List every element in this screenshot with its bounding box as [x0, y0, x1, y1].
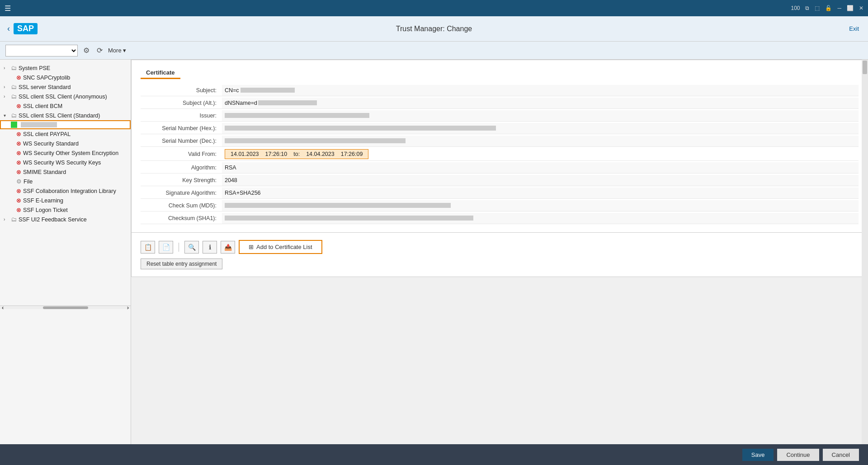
subject-blurred — [241, 88, 295, 93]
valid-from-row: Valid From: 14.01.2023 17:26:10 to: 14.0… — [141, 148, 859, 161]
valid-to-time: 17:26:09 — [339, 150, 365, 158]
checksum-sha1-label: Checksum (SHA1): — [141, 215, 222, 221]
action-export-btn[interactable]: 📤 — [221, 241, 235, 254]
continue-button[interactable]: Continue — [777, 449, 819, 461]
more-button[interactable]: More ▾ — [108, 47, 126, 54]
sidebar-item-system-pse[interactable]: › 🗂 System PSE — [0, 63, 131, 73]
sidebar-item-ws-other[interactable]: ⊗ WS Security Other System Encryption — [0, 148, 131, 158]
valid-from-label: Valid From: — [141, 151, 222, 157]
hamburger-menu[interactable]: ☰ — [5, 4, 11, 13]
subject-row: Subject: CN=c — [141, 85, 859, 96]
serial-dec-row: Serial Number (Dec.): — [141, 135, 859, 147]
vertical-scrollbar[interactable] — [862, 60, 868, 444]
valid-to-date: 14.04.2023 — [304, 150, 336, 158]
save-button[interactable]: Save — [742, 449, 774, 461]
key-strength-label: Key Strength: — [141, 177, 222, 183]
folder-icon: 🗂 — [11, 65, 17, 71]
sidebar-item-ssl-bcm[interactable]: ⊗ SSL client BCM — [0, 101, 131, 111]
cancel-button[interactable]: Cancel — [823, 449, 859, 461]
folder-icon: 🗂 — [11, 84, 17, 90]
action-copy-btn[interactable]: 📋 — [141, 241, 155, 254]
top-menu-bar: ☰ 100 ⧉ ⬚ 🔓 ─ ⬜ ✕ — [0, 0, 868, 16]
checksum-sha1-blurred — [225, 216, 473, 221]
sidebar-item-file[interactable]: ⚙ File — [0, 177, 131, 186]
action-buttons-row: 📋 📄 🔍 ℹ 📤 ⊞ Add to Certificate List — [141, 240, 859, 254]
window-icon-3[interactable]: 🔓 — [825, 5, 832, 11]
action-paste-btn[interactable]: 📄 — [159, 241, 173, 254]
issuer-blurred — [225, 113, 369, 118]
sidebar-item-ssf-ui2[interactable]: › 🗂 SSF UI2 Feedback Service — [0, 215, 131, 224]
sidebar-item-paypal[interactable]: ⊗ SSL client PAYPAL — [0, 129, 131, 139]
checksum-md5-row: Check Sum (MD5): — [141, 200, 859, 211]
serial-hex-value — [222, 123, 859, 134]
green-square-icon — [11, 122, 17, 128]
serial-hex-row: Serial Number (Hex.): — [141, 122, 859, 134]
sidebar-item-ssl-standard[interactable]: ▾ 🗂 SSL client SSL Client (Standard) — [0, 111, 131, 120]
algorithm-row: Algorithm: RSA — [141, 162, 859, 174]
close-btn[interactable]: ✕ — [859, 5, 863, 11]
folder-icon: 🗂 — [11, 93, 17, 100]
checksum-md5-value — [222, 200, 859, 211]
toolbar-dropdown[interactable] — [5, 45, 78, 56]
circle-x-icon: ⊗ — [16, 188, 21, 194]
sidebar-item-ssl-server[interactable]: › 🗂 SSL server Standard — [0, 82, 131, 92]
content-area: Certificate Subject: CN=c Subject (Alt.)… — [131, 60, 868, 444]
certificate-panel: Certificate Subject: CN=c Subject (Alt.)… — [131, 60, 868, 233]
scrollbar-thumb[interactable] — [863, 61, 867, 74]
gear-icon: ⚙ — [16, 178, 22, 185]
window-icon-1[interactable]: ⧉ — [805, 5, 809, 11]
checksum-sha1-value — [222, 213, 859, 224]
maximize-btn[interactable]: ⬜ — [847, 5, 854, 11]
sidebar-item-ssf-logon[interactable]: ⊗ SSF Logon Ticket — [0, 205, 131, 215]
circle-x-icon: ⊗ — [16, 159, 21, 166]
add-cert-icon: ⊞ — [249, 244, 254, 250]
action-area: 📋 📄 🔍 ℹ 📤 ⊞ Add to Certificate List Rese… — [131, 233, 868, 277]
circle-x-icon: ⊗ — [16, 197, 21, 204]
sidebar-item-ws-keys[interactable]: ⊗ WS Security WS Security Keys — [0, 158, 131, 167]
sidebar-item-ws-standard[interactable]: ⊗ WS Security Standard — [0, 139, 131, 148]
circle-x-icon: ⊗ — [16, 103, 21, 109]
serial-dec-blurred — [225, 138, 406, 143]
action-view-btn[interactable]: 🔍 — [184, 241, 199, 254]
issuer-row: Issuer: — [141, 110, 859, 122]
subject-alt-blurred — [258, 100, 317, 105]
sidebar-item-snc[interactable]: ⊗ SNC SAPCryptolib — [0, 73, 131, 82]
sidebar-item-ssf-elearning[interactable]: ⊗ SSF E-Learning — [0, 196, 131, 205]
certificate-tab[interactable]: Certificate — [141, 67, 180, 79]
zoom-level: 100 — [791, 5, 800, 11]
toolbar-refresh-btn[interactable]: ⟳ — [95, 45, 104, 56]
circle-x-icon: ⊗ — [16, 140, 21, 147]
issuer-label: Issuer: — [141, 113, 222, 119]
reset-row: Reset table entry assignment — [141, 258, 859, 269]
sap-logo: SAP — [14, 23, 38, 34]
window-icon-2[interactable]: ⬚ — [815, 5, 820, 11]
sig-algorithm-value: RSA+SHA256 — [222, 188, 859, 198]
exit-button[interactable]: Exit — [849, 25, 859, 32]
back-button[interactable]: ‹ — [7, 24, 10, 33]
scroll-left-arrow[interactable]: ‹ — [2, 304, 4, 311]
checksum-md5-blurred — [225, 203, 451, 208]
horizontal-scrollbar-thumb[interactable] — [43, 306, 88, 309]
sidebar-item-ssl-anonymous[interactable]: › 🗂 SSL client SSL Client (Anonymous) — [0, 92, 131, 101]
sidebar-item-ssf-collab[interactable]: ⊗ SSF Collaboration Integration Library — [0, 186, 131, 196]
add-to-certificate-list-button[interactable]: ⊞ Add to Certificate List — [239, 240, 322, 254]
reset-table-entry-button[interactable]: Reset table entry assignment — [141, 258, 222, 269]
subject-value: CN=c — [222, 85, 859, 96]
bottom-bar: Save Continue Cancel — [0, 444, 868, 465]
cert-label-blurred — [21, 122, 57, 127]
sidebar-item-smime[interactable]: ⊗ SMIME Standard — [0, 167, 131, 177]
minimize-btn[interactable]: ─ — [837, 5, 841, 11]
circle-x-icon: ⊗ — [16, 169, 21, 175]
checksum-md5-label: Check Sum (MD5): — [141, 202, 222, 209]
sidebar-item-selected-cert[interactable]: ⋮ — [0, 120, 131, 129]
circle-x-icon: ⊗ — [16, 207, 21, 213]
valid-from-time: 17:26:10 — [264, 150, 289, 158]
serial-dec-value — [222, 136, 859, 146]
button-separator — [179, 243, 179, 252]
scroll-right-arrow[interactable]: › — [127, 304, 129, 311]
main-area: › 🗂 System PSE ⊗ SNC SAPCryptolib › 🗂 SS… — [0, 60, 868, 444]
serial-dec-label: Serial Number (Dec.): — [141, 138, 222, 144]
valid-to-separator: to: — [292, 150, 302, 158]
toolbar-settings-btn[interactable]: ⚙ — [81, 45, 91, 56]
action-info-btn[interactable]: ℹ — [203, 241, 217, 254]
